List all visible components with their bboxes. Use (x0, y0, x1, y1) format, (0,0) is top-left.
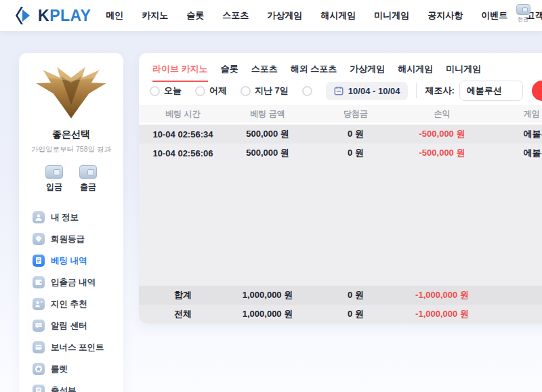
date-range-value: 10/04 - 10/04 (348, 86, 400, 96)
profile-joined-text: 가입일로부터 758일 경과 (19, 145, 123, 154)
referral-icon (33, 298, 45, 310)
filter-yesterday[interactable]: 어제 (195, 85, 227, 97)
category-tabs: 라이브 카지노 슬롯 스포츠 해외 스포츠 가상게임 해시게임 미니게임 (139, 53, 542, 77)
ledger-icon (33, 276, 45, 288)
tab-slots[interactable]: 슬롯 (221, 63, 238, 81)
sidebar-item-transactions[interactable]: 입출금 내역 (19, 271, 123, 293)
top-header: KPLAY 메인 카지노 슬롯 스포츠 가상게임 해시게임 미니게임 공지사항 … (0, 0, 542, 31)
nav-item-main[interactable]: 메인 (106, 9, 123, 22)
brand-name: KPLAY (38, 7, 91, 25)
sidebar-item-roulette[interactable]: 룰렛 (19, 358, 123, 380)
nav-item-sports[interactable]: 스포츠 (222, 9, 249, 22)
calendar-icon (334, 86, 343, 95)
radio-icon (150, 86, 160, 96)
brand-logo[interactable]: KPLAY (14, 6, 91, 25)
sidebar-item-my-info[interactable]: 내 정보 (19, 206, 123, 228)
summary-row-subtotal: 합계 1,000,000 원 0 원 -1,000,000 원 (139, 286, 542, 305)
filter-last-7-days[interactable]: 지난 7일 (241, 85, 289, 97)
chat-bubble-icon (33, 320, 45, 332)
profile-username: 좋은선택 (19, 129, 123, 141)
sidebar-menu: 내 정보 회원등급 베팅 내역 입출금 내역 (19, 206, 123, 392)
tab-mini-games[interactable]: 미니게임 (446, 63, 481, 81)
betting-history-icon (33, 255, 45, 267)
tab-overseas-sports[interactable]: 해외 스포츠 (291, 63, 337, 81)
col-game-name: 게임 이름 (481, 108, 542, 120)
col-profit: 손익 (403, 108, 481, 120)
search-button[interactable]: 검색 (532, 81, 542, 101)
table-row[interactable]: 10-04 02:56:34 500,000 원 0 원 -500,000 원 … (139, 125, 542, 144)
page: KPLAY 메인 카지노 슬롯 스포츠 가상게임 해시게임 미니게임 공지사항 … (0, 0, 542, 392)
radio-icon (302, 86, 312, 96)
cash-shortcut[interactable]: 현금 (509, 4, 537, 23)
deposit-wallet-icon (45, 165, 63, 179)
quick-actions: 입금 출금 (19, 165, 123, 193)
withdraw-button[interactable]: 출금 (79, 165, 97, 193)
nav-item-slots[interactable]: 슬롯 (186, 9, 204, 22)
sidebar-item-referral[interactable]: 지인 추천 (19, 293, 123, 315)
sidebar-item-member-level[interactable]: 회원등급 (19, 228, 123, 250)
bonus-card-icon (33, 341, 45, 353)
col-bet-time: 베팅 시간 (139, 108, 227, 120)
cash-label: 현금 (509, 16, 537, 23)
rank-emblem (19, 53, 123, 125)
sidebar: 좋은선택 가입일로부터 758일 경과 입금 출금 내 정보 (19, 53, 123, 392)
sidebar-item-betting-history[interactable]: 베팅 내역 (19, 250, 123, 271)
nav-item-mini-games[interactable]: 미니게임 (374, 9, 409, 22)
tab-hash-games[interactable]: 해시게임 (398, 63, 433, 81)
betting-history-panel: 라이브 카지노 슬롯 스포츠 해외 스포츠 가상게임 해시게임 미니게임 오늘 … (139, 53, 542, 324)
nav-item-notice[interactable]: 공지사항 (428, 9, 463, 22)
table-row[interactable]: 10-04 02:56:06 500,000 원 0 원 -500,000 원 … (139, 144, 542, 162)
top-navigation: 메인 카지노 슬롯 스포츠 가상게임 해시게임 미니게임 공지사항 이벤트 고객… (106, 9, 542, 22)
tab-live-casino[interactable]: 라이브 카지노 (152, 63, 208, 82)
radio-icon (241, 86, 251, 96)
play-bracket-icon (14, 6, 34, 25)
tab-virtual-games[interactable]: 가상게임 (350, 63, 385, 81)
star-circle-icon (33, 363, 45, 375)
user-icon (33, 211, 45, 223)
nav-item-events[interactable]: 이벤트 (481, 9, 507, 22)
table-empty-space (139, 162, 542, 286)
maker-label: 제조사: (425, 85, 454, 97)
col-bet-amount: 베팅 금액 (227, 108, 308, 120)
col-winnings: 당첨금 (308, 108, 403, 120)
sidebar-item-notification-center[interactable]: 알림 센터 (19, 315, 123, 336)
sidebar-item-bonus-points[interactable]: 보너스 포인트 (19, 336, 123, 358)
attendance-icon (33, 385, 45, 392)
maker-input[interactable] (459, 81, 523, 101)
sidebar-item-attendance[interactable]: 출석부 (19, 380, 123, 392)
summary-row-total: 전체 1,000,000 원 0 원 -1,000,000 원 (139, 305, 542, 324)
date-range-picker[interactable]: 10/04 - 10/04 (326, 82, 409, 100)
betting-table: 베팅 시간 베팅 금액 당첨금 손익 게임 이름 10-04 02:56:34 … (139, 105, 542, 324)
filter-today[interactable]: 오늘 (150, 85, 182, 97)
nav-item-casino[interactable]: 카지노 (142, 9, 168, 22)
deposit-button[interactable]: 입금 (45, 165, 63, 193)
tab-sports[interactable]: 스포츠 (251, 63, 278, 81)
radio-icon (195, 86, 205, 96)
nav-item-hash-games[interactable]: 해시게임 (320, 9, 356, 22)
filter-custom-range[interactable] (302, 86, 312, 96)
withdraw-wallet-icon (79, 165, 97, 179)
gem-icon (33, 233, 45, 245)
table-header-row: 베팅 시간 베팅 금액 당첨금 손익 게임 이름 (139, 105, 542, 123)
divider (416, 83, 417, 98)
nav-item-virtual-games[interactable]: 가상게임 (267, 9, 302, 22)
cash-wallet-icon (516, 4, 530, 15)
